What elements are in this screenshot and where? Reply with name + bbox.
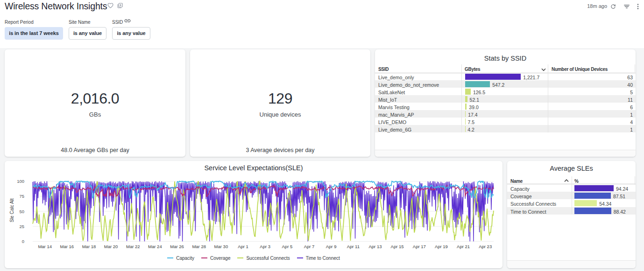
svg-text:Apr 19: Apr 19 — [435, 244, 448, 249]
svg-text:Mar 22: Mar 22 — [126, 244, 140, 249]
svg-text:Apr 7: Apr 7 — [304, 244, 315, 249]
svg-text:Mar 16: Mar 16 — [60, 244, 74, 249]
svg-text:25: 25 — [19, 224, 24, 229]
svg-text:Apr 21: Apr 21 — [457, 244, 470, 249]
svg-text:Sle Calc Alt: Sle Calc Alt — [9, 198, 14, 222]
svg-text:Mar 28: Mar 28 — [192, 244, 206, 249]
svg-text:Apr 15: Apr 15 — [391, 244, 404, 249]
svg-text:Apr 17: Apr 17 — [413, 244, 426, 249]
svg-text:Mar 20: Mar 20 — [104, 244, 118, 249]
svg-text:Apr 13: Apr 13 — [369, 244, 382, 249]
svg-text:Mar 26: Mar 26 — [170, 244, 184, 249]
svg-text:Apr 11: Apr 11 — [347, 244, 360, 249]
svg-text:Mar 24: Mar 24 — [148, 244, 162, 249]
svg-text:Apr 9: Apr 9 — [326, 244, 337, 249]
svg-text:Mar 30: Mar 30 — [214, 244, 228, 249]
svg-text:0: 0 — [22, 239, 24, 244]
svg-text:100: 100 — [17, 179, 24, 184]
svg-text:Apr 23: Apr 23 — [479, 244, 492, 249]
svg-text:50: 50 — [19, 209, 24, 214]
svg-text:Mar 14: Mar 14 — [38, 244, 52, 249]
svg-text:Mar 18: Mar 18 — [82, 244, 96, 249]
svg-text:75: 75 — [19, 194, 24, 199]
svg-text:Apr 5: Apr 5 — [282, 244, 293, 249]
svg-text:Apr 1: Apr 1 — [238, 244, 248, 249]
svg-text:Apr 3: Apr 3 — [260, 244, 270, 249]
